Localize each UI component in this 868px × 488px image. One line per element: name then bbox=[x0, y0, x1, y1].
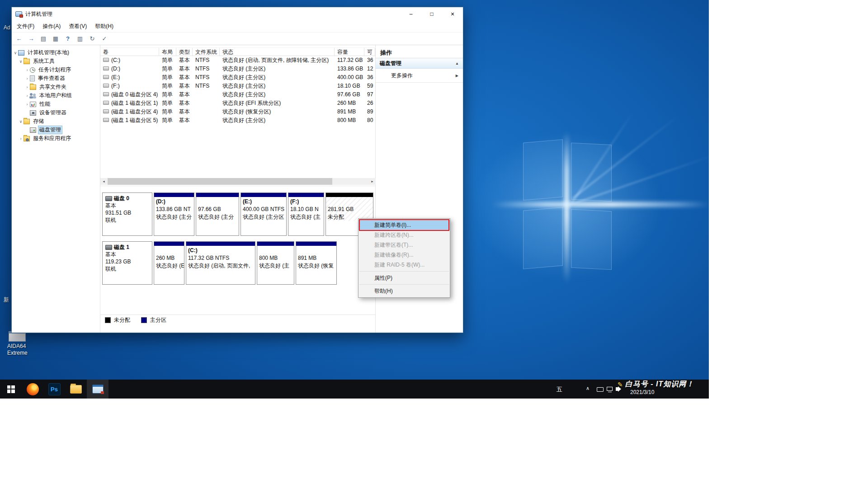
col-filesystem[interactable]: 文件系统 bbox=[193, 48, 220, 56]
expander-icon[interactable]: › bbox=[18, 136, 24, 141]
desktop-icon-aida64[interactable]: AIDA64 Extreme bbox=[7, 331, 39, 357]
desktop-icon-label-clipped[interactable]: Ad bbox=[4, 24, 10, 31]
forward-icon[interactable]: → bbox=[27, 34, 36, 43]
tree-item-system-tools[interactable]: ∨ 系统工具 bbox=[12, 57, 100, 66]
volume-icon bbox=[103, 109, 109, 113]
expander-icon[interactable]: ∨ bbox=[18, 59, 24, 64]
collapse-icon[interactable]: ▲ bbox=[455, 61, 459, 66]
properties-icon[interactable]: ▦ bbox=[51, 34, 60, 43]
expander-icon[interactable]: › bbox=[24, 85, 30, 89]
network-icon[interactable] bbox=[607, 387, 613, 391]
maximize-button[interactable]: □ bbox=[421, 7, 442, 21]
wallpaper-glow bbox=[472, 131, 662, 280]
expander-icon[interactable]: › bbox=[24, 76, 30, 81]
partition-color-bar bbox=[296, 242, 336, 246]
legend-swatch-primary bbox=[141, 317, 147, 323]
col-status[interactable]: 状态 bbox=[220, 48, 335, 56]
partition-efi[interactable]: 260 MB状态良好 (E bbox=[154, 241, 184, 285]
tree-item-shared-folders[interactable]: › 共享文件夹 bbox=[12, 83, 100, 91]
desktop-icon-label-clipped[interactable]: 新 bbox=[4, 296, 9, 304]
menu-item-new-raid5-volume: 新建 RAID-5 卷(W)... bbox=[359, 260, 450, 270]
col-volume[interactable]: 卷 bbox=[100, 48, 159, 56]
export-list-icon[interactable]: ▥ bbox=[75, 34, 85, 43]
partition-e[interactable]: (E:)400.00 GB NTFS状态良好 (主分区 bbox=[241, 192, 287, 236]
volume-icon bbox=[103, 75, 109, 79]
file-explorer-taskbar-icon[interactable] bbox=[65, 380, 87, 399]
expander-icon[interactable]: ∨ bbox=[13, 51, 18, 55]
table-row[interactable]: (E:) 简单 基本 NTFS 状态良好 (主分区) 400.00 GB 36 bbox=[100, 73, 376, 82]
tree-item-disk-management[interactable]: 磁盘管理 bbox=[12, 126, 100, 134]
table-row[interactable]: (磁盘 1 磁盘分区 1) 简单 基本 状态良好 (EFI 系统分区) 260 … bbox=[100, 99, 376, 108]
scrollbar-thumb[interactable] bbox=[108, 178, 332, 185]
firefox-icon bbox=[27, 383, 39, 395]
partition-c[interactable]: (C:)117.32 GB NTFS状态良好 (启动, 页面文件, bbox=[186, 241, 255, 285]
firefox-taskbar-icon[interactable] bbox=[22, 380, 43, 399]
menu-help[interactable]: 帮助(H) bbox=[91, 20, 118, 33]
ime-indicator[interactable]: 五 bbox=[557, 385, 562, 394]
shared-folder-icon bbox=[30, 84, 36, 90]
help-icon[interactable]: ? bbox=[63, 34, 72, 43]
tree-item-device-manager[interactable]: 设备管理器 bbox=[12, 108, 100, 117]
table-row[interactable]: (C:) 简单 基本 NTFS 状态良好 (启动, 页面文件, 故障转储, 主分… bbox=[100, 56, 376, 65]
scroll-right-icon[interactable]: ► bbox=[369, 178, 376, 185]
disk-1-label[interactable]: 磁盘 1 基本 119.23 GB 联机 bbox=[102, 241, 152, 285]
wallpaper-beam bbox=[492, 202, 709, 207]
show-console-tree-icon[interactable]: ▤ bbox=[39, 34, 48, 43]
menu-action[interactable]: 操作(A) bbox=[38, 20, 65, 33]
computer-icon bbox=[18, 50, 24, 56]
actions-section-disk-management[interactable]: 磁盘管理 ▲ bbox=[376, 58, 463, 69]
partition-d[interactable]: (D:)133.86 GB NT状态良好 (主分 bbox=[154, 192, 194, 236]
tree-item-event-viewer[interactable]: › 事件查看器 bbox=[12, 74, 100, 83]
scroll-left-icon[interactable]: ◄ bbox=[100, 178, 107, 185]
table-row[interactable]: (磁盘 0 磁盘分区 4) 简单 基本 状态良好 (主分区) 97.66 GB … bbox=[100, 90, 376, 99]
storage-icon bbox=[24, 119, 30, 124]
submenu-arrow-icon: ▶ bbox=[456, 74, 458, 78]
touch-keyboard-icon[interactable] bbox=[597, 387, 604, 392]
tree-item-local-users-groups[interactable]: › 本地用户和组 bbox=[12, 91, 100, 100]
table-row[interactable]: (磁盘 1 磁盘分区 4) 简单 基本 状态良好 (恢复分区) 891 MB 8… bbox=[100, 108, 376, 116]
partition-f[interactable]: (F:)18.10 GB N状态良好 (主 bbox=[288, 192, 324, 236]
clock-date[interactable]: 2021/3/10 bbox=[630, 389, 654, 395]
table-row[interactable]: (F:) 简单 基本 NTFS 状态良好 (主分区) 18.10 GB 59 bbox=[100, 82, 376, 90]
expander-icon[interactable]: › bbox=[24, 102, 30, 107]
computer-management-taskbar-icon[interactable] bbox=[87, 380, 108, 399]
more-actions-item[interactable]: 更多操作 ▶ bbox=[376, 70, 463, 80]
divider bbox=[376, 82, 463, 83]
col-free[interactable]: 可 bbox=[364, 48, 375, 56]
horizontal-scrollbar[interactable]: ◄ ► bbox=[100, 178, 376, 185]
tree-item-computer-management[interactable]: ∨ 计算机管理(本地) bbox=[12, 48, 100, 57]
tree-item-services-applications[interactable]: › 服务和应用程序 bbox=[12, 134, 100, 143]
back-icon[interactable]: ← bbox=[14, 34, 24, 43]
partition-disk0-part4[interactable]: 97.66 GB状态良好 (主分 bbox=[196, 192, 239, 236]
graphical-disk-view: 磁盘 0 基本 931.51 GB 联机 (D:)133.86 GB NT状态良… bbox=[100, 186, 375, 333]
disk-check-icon[interactable]: ✓ bbox=[100, 34, 109, 43]
tree-item-performance[interactable]: › 性能 bbox=[12, 100, 100, 108]
col-layout[interactable]: 布局 bbox=[159, 48, 176, 56]
menu-view[interactable]: 查看(V) bbox=[65, 20, 91, 33]
close-button[interactable]: × bbox=[442, 7, 463, 21]
volume-icon-tray[interactable] bbox=[616, 387, 618, 391]
expander-icon[interactable]: ∨ bbox=[18, 119, 24, 124]
tree-item-storage[interactable]: ∨ 存储 bbox=[12, 117, 100, 126]
menu-item-new-simple-volume[interactable]: 新建简单卷(I)... bbox=[359, 220, 450, 230]
refresh-icon[interactable]: ↻ bbox=[88, 34, 97, 43]
users-icon bbox=[30, 93, 36, 99]
minimize-button[interactable]: – bbox=[401, 7, 421, 21]
partition-disk1-part5[interactable]: 800 MB状态良好 (主 bbox=[257, 241, 294, 285]
col-type[interactable]: 类型 bbox=[176, 48, 193, 56]
tray-chevron-icon[interactable]: ∧ bbox=[586, 385, 590, 391]
menu-file[interactable]: 文件(F) bbox=[13, 20, 38, 33]
performance-icon bbox=[30, 102, 36, 107]
tree-item-task-scheduler[interactable]: › 任务计划程序 bbox=[12, 66, 100, 74]
titlebar[interactable]: 计算机管理 – □ × bbox=[12, 7, 463, 21]
partition-recovery[interactable]: 891 MB状态良好 (恢复 bbox=[296, 241, 337, 285]
photoshop-taskbar-icon[interactable]: Ps bbox=[43, 380, 65, 399]
col-capacity[interactable]: 容量 bbox=[335, 48, 364, 56]
menu-item-help[interactable]: 帮助(H) bbox=[359, 286, 450, 296]
table-row[interactable]: (磁盘 1 磁盘分区 5) 简单 基本 状态良好 (主分区) 800 MB 80 bbox=[100, 116, 376, 125]
table-row[interactable]: (D:) 简单 基本 NTFS 状态良好 (主分区) 133.86 GB 12 bbox=[100, 65, 376, 73]
disk-0-label[interactable]: 磁盘 0 基本 931.51 GB 联机 bbox=[102, 192, 152, 236]
start-button[interactable] bbox=[0, 380, 22, 399]
expander-icon[interactable]: › bbox=[24, 68, 30, 72]
menu-item-properties[interactable]: 属性(P) bbox=[359, 273, 450, 283]
